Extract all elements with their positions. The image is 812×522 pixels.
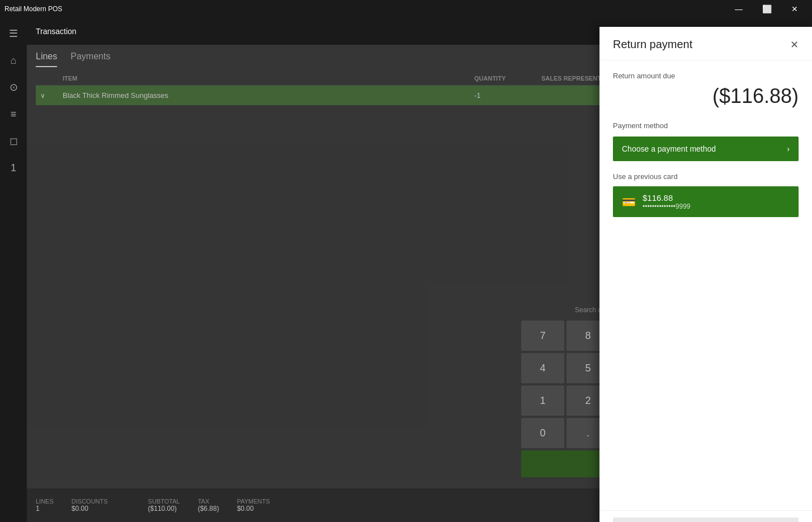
numpad-1[interactable]: 1 (521, 385, 564, 416)
sidebar-list-icon[interactable]: ≡ (2, 103, 25, 125)
cancel-button[interactable]: Cancel (613, 518, 799, 522)
return-payment-footer: Cancel (599, 510, 812, 522)
tax-value: ($6.88) (198, 505, 219, 512)
subtotal-label: SUBTOTAL (148, 498, 180, 505)
card-icon: 💳 (622, 195, 636, 209)
use-previous-card-label: Use a previous card (613, 172, 799, 181)
window-controls: — ⬜ ✕ (726, 0, 808, 18)
numpad-4[interactable]: 4 (521, 353, 564, 383)
lines-value: 1 (36, 505, 54, 512)
payments-value: $0.00 (237, 505, 270, 512)
tax-label: TAX (198, 498, 219, 505)
discounts-value: $0.00 (72, 505, 108, 512)
row-item-name: Black Thick Rimmed Sunglasses (63, 91, 474, 100)
minimize-button[interactable]: — (726, 0, 752, 18)
main-content: Transaction 🔍 Lines Payments ITEM QUANTI… (27, 18, 812, 522)
row-quantity: -1 (474, 91, 541, 100)
payments-label: PAYMENTS (237, 498, 270, 505)
choose-method-chevron: › (787, 144, 790, 153)
previous-card-button[interactable]: 💳 $116.88 ••••••••••••••9999 (613, 186, 799, 217)
sidebar-cart-icon[interactable]: ⊙ (2, 76, 25, 98)
choose-payment-method-button[interactable]: Choose a payment method › (613, 137, 799, 161)
return-payment-body: Return amount due ($116.88) Payment meth… (599, 60, 812, 510)
sidebar-bag-icon[interactable]: ◻ (2, 130, 25, 152)
return-payment-panel: Return payment ✕ Return amount due ($116… (599, 27, 812, 522)
return-amount-value: ($116.88) (613, 84, 799, 108)
col-header-item: ITEM (63, 75, 474, 82)
row-chevron: ∨ (40, 92, 63, 100)
sidebar: ☰ ⌂ ⊙ ≡ ◻ 1 (0, 18, 27, 522)
choose-method-label: Choose a payment method (622, 144, 716, 153)
payment-method-label: Payment method (613, 121, 799, 130)
col-header-check (40, 75, 63, 82)
numpad-7[interactable]: 7 (521, 321, 564, 351)
card-info: $116.88 ••••••••••••••9999 (643, 193, 691, 210)
sidebar-home-icon[interactable]: ⌂ (2, 49, 25, 72)
subtotal-value: ($110.00) (148, 505, 180, 512)
return-payment-title: Return payment (613, 38, 692, 51)
numpad-0[interactable]: 0 (521, 418, 564, 448)
lines-label: LINES (36, 498, 54, 505)
card-amount: $116.88 (643, 193, 673, 203)
maximize-button[interactable]: ⬜ (754, 0, 780, 18)
sidebar-menu-icon[interactable]: ☰ (2, 22, 25, 45)
col-header-quantity: QUANTITY (474, 75, 541, 82)
return-payment-header: Return payment ✕ (599, 27, 812, 60)
bottom-left: LINES 1 DISCOUNTS $0.00 SUBTOTAL ($110.0… (36, 498, 270, 512)
return-payment-close-button[interactable]: ✕ (790, 39, 799, 51)
tab-lines[interactable]: Lines (36, 51, 57, 67)
close-window-button[interactable]: ✕ (782, 0, 808, 18)
sidebar-number-icon[interactable]: 1 (2, 157, 25, 179)
card-number: ••••••••••••••9999 (643, 203, 691, 210)
title-bar: Retail Modern POS — ⬜ ✕ (0, 0, 812, 18)
return-amount-label: Return amount due (613, 72, 799, 80)
content-area: Lines Payments ITEM QUANTITY SALES REPRE… (27, 45, 812, 522)
tab-payments[interactable]: Payments (70, 51, 110, 67)
discounts-label: DISCOUNTS (72, 498, 108, 505)
app-title: Retail Modern POS (4, 5, 62, 13)
